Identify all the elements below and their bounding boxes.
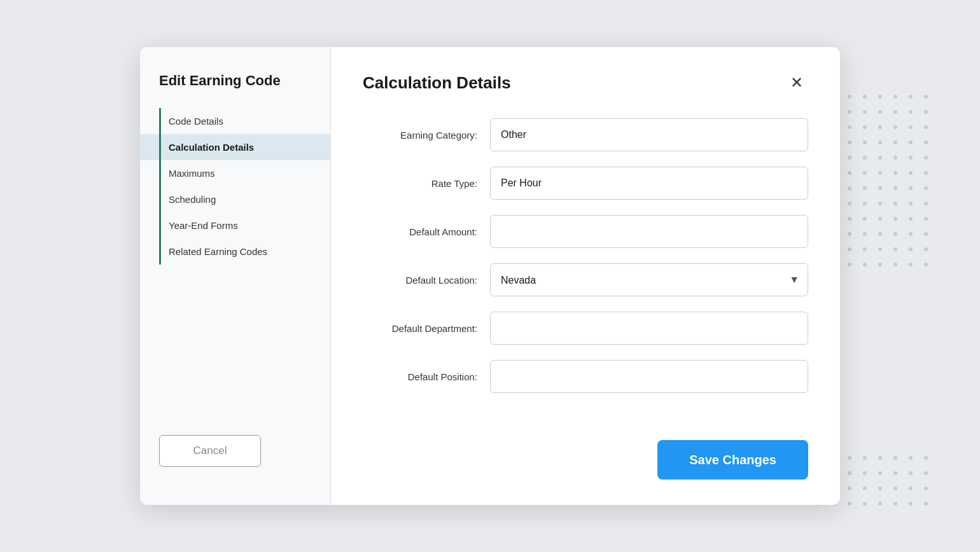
sidebar-item-year-end-forms[interactable]: Year-End Forms: [140, 212, 330, 238]
sidebar-footer: Cancel: [140, 435, 330, 480]
default-amount-label: Default Amount:: [363, 226, 477, 237]
default-position-row: Default Position:: [363, 360, 808, 393]
svg-point-102: [909, 456, 913, 460]
earning-category-row: Earning Category:: [363, 118, 808, 151]
default-department-label: Default Department:: [363, 323, 477, 334]
main-content: Calculation Details ✕ Earning Category: …: [331, 47, 840, 505]
svg-point-122: [848, 502, 851, 506]
svg-point-116: [878, 486, 882, 490]
default-amount-row: Default Amount:: [363, 215, 808, 248]
svg-point-119: [924, 486, 928, 490]
default-department-input[interactable]: [490, 312, 808, 345]
default-location-row: Default Location: Nevada California Texa…: [363, 263, 808, 296]
svg-point-106: [848, 471, 851, 475]
svg-point-117: [893, 486, 897, 490]
save-changes-button[interactable]: Save Changes: [657, 440, 808, 480]
rate-type-row: Rate Type:: [363, 167, 808, 200]
default-amount-input[interactable]: [490, 215, 808, 248]
default-location-select-wrapper: Nevada California Texas New York Florida…: [490, 263, 808, 296]
svg-point-126: [909, 502, 913, 506]
modal-container: Edit Earning Code Code Details Calculati…: [140, 47, 840, 505]
default-location-label: Default Location:: [363, 275, 477, 286]
svg-point-107: [863, 471, 867, 475]
svg-point-108: [878, 471, 882, 475]
sidebar-item-code-details[interactable]: Code Details: [140, 108, 330, 134]
main-title: Calculation Details: [363, 73, 511, 93]
svg-point-110: [909, 471, 913, 475]
svg-point-125: [893, 502, 897, 506]
close-button[interactable]: ✕: [785, 72, 808, 93]
svg-point-115: [863, 486, 867, 490]
sidebar-item-related-earning-codes[interactable]: Related Earning Codes: [140, 238, 330, 265]
cancel-button[interactable]: Cancel: [159, 435, 261, 467]
default-position-label: Default Position:: [363, 371, 477, 382]
svg-point-109: [893, 471, 897, 475]
default-department-row: Default Department:: [363, 312, 808, 345]
main-header: Calculation Details ✕: [363, 72, 808, 93]
sidebar-title: Edit Earning Code: [140, 72, 330, 108]
svg-point-101: [893, 456, 897, 460]
form-footer: Save Changes: [363, 440, 808, 480]
sidebar-item-scheduling[interactable]: Scheduling: [140, 186, 330, 212]
form-body: Earning Category: Rate Type: Default Amo…: [363, 118, 808, 421]
sidebar-item-calculation-details[interactable]: Calculation Details: [140, 134, 330, 160]
svg-point-127: [924, 502, 928, 506]
earning-category-input[interactable]: [490, 118, 808, 151]
sidebar-item-maximums[interactable]: Maximums: [140, 160, 330, 186]
sidebar: Edit Earning Code Code Details Calculati…: [140, 47, 331, 505]
svg-point-98: [848, 456, 851, 460]
rate-type-input[interactable]: [490, 167, 808, 200]
svg-point-100: [878, 456, 882, 460]
svg-point-123: [863, 502, 867, 506]
earning-category-label: Earning Category:: [363, 130, 477, 141]
svg-point-124: [878, 502, 882, 506]
svg-point-99: [863, 456, 867, 460]
page-wrapper: // rendered inline below Edit Earning Co…: [0, 0, 980, 552]
rate-type-label: Rate Type:: [363, 178, 477, 189]
sidebar-nav: Code Details Calculation Details Maximum…: [140, 108, 330, 265]
svg-point-111: [924, 471, 928, 475]
default-position-input[interactable]: [490, 360, 808, 393]
svg-point-103: [924, 456, 928, 460]
default-location-select[interactable]: Nevada California Texas New York Florida: [490, 263, 808, 296]
svg-point-118: [909, 486, 913, 490]
svg-point-114: [848, 486, 851, 490]
